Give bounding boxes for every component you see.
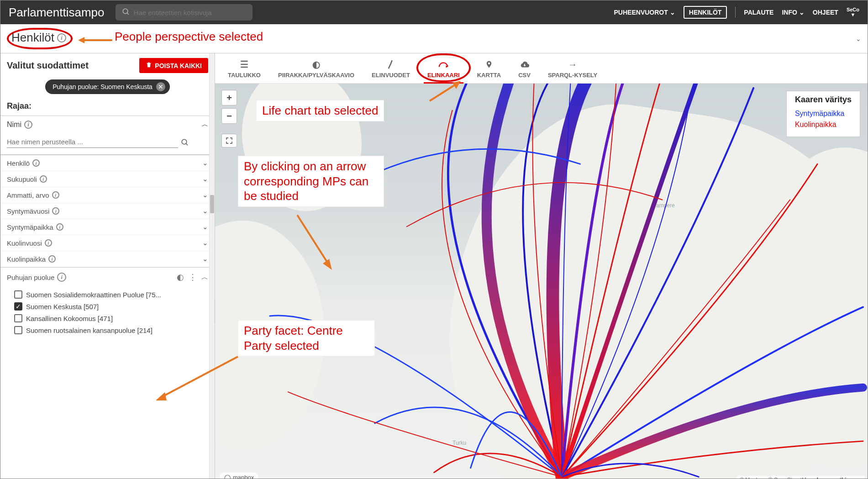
nav-puheenvuorot[interactable]: PUHEENVUOROT ⌄: [614, 9, 675, 16]
nav-divider: [735, 7, 736, 18]
attrib-mapbox: © Mapbox: [740, 477, 765, 479]
facet-nimi-head[interactable]: Nimi i ︿: [0, 116, 215, 133]
info-icon[interactable]: i: [48, 255, 56, 263]
global-search[interactable]: [116, 4, 253, 21]
party-option-kokoomus[interactable]: Kansallinen Kokoomus [471]: [14, 312, 208, 324]
filter-chip[interactable]: Puhujan puolue: Suomen Keskusta ✕: [45, 79, 170, 94]
tab-label: ELINKAARI: [427, 72, 460, 79]
map-arcs[interactable]: [215, 84, 868, 479]
facet-label: Ammatti, arvo: [7, 191, 49, 199]
facet-sukupuoli[interactable]: Sukupuolii⌄: [0, 171, 215, 187]
map-area[interactable]: Tampere Turku: [215, 84, 868, 479]
chevron-down-icon: ⌄: [202, 191, 208, 199]
facet-label: Puhujan puolue: [7, 274, 54, 281]
nav-ohjeet[interactable]: OHJEET: [813, 9, 838, 16]
remove-all-button[interactable]: POISTA KAIKKI: [139, 58, 208, 73]
chevron-up-icon: ︿: [201, 273, 208, 282]
tab-elinvuodet[interactable]: 〳 ELINVUODET: [363, 56, 418, 83]
filters-title: Valitut suodattimet: [7, 60, 89, 71]
party-option-label: Suomen ruotsalainen kansanpuolue [214]: [26, 326, 153, 334]
annotation-party: Party facet: Centre Party selected: [238, 320, 375, 356]
tab-label: KARTTA: [477, 72, 501, 79]
pie-icon[interactable]: ◐: [177, 272, 184, 282]
nav-label: OHJEET: [813, 9, 838, 16]
mapbox-logo[interactable]: ◯ mapbox: [220, 473, 258, 479]
mapbox-icon: ◯: [224, 474, 231, 479]
chevron-down-icon: ⌄: [202, 175, 208, 183]
brand[interactable]: Parlamenttisampo: [9, 5, 105, 20]
tab-piirakka[interactable]: ◐ PIIRAKKA/PYLVÄSKAAVIO: [270, 56, 363, 83]
checkbox[interactable]: [14, 326, 22, 334]
facet-party-head[interactable]: Puhujan puolue i ◐ ⋮ ︿: [0, 268, 215, 287]
mapbox-label: mapbox: [233, 474, 254, 479]
facet-henkilo[interactable]: Henkilöi⌄: [0, 155, 215, 171]
improve-map-link[interactable]: Improve this map: [817, 477, 862, 479]
info-icon[interactable]: i: [57, 33, 66, 42]
facet-label: Syntymäpaikka: [7, 223, 53, 231]
seco-logo[interactable]: SeCo ▼: [847, 7, 859, 17]
tab-label: TAULUKKO: [228, 72, 261, 79]
map-attribution[interactable]: © Mapbox © OpenStreetMap Improve this ma…: [737, 476, 865, 479]
top-nav: PUHEENVUOROT ⌄ HENKILÖT PALAUTE INFO ⌄ O…: [614, 6, 859, 19]
name-search-input[interactable]: [7, 136, 178, 148]
info-icon[interactable]: i: [52, 207, 59, 215]
tab-csv[interactable]: CSV: [510, 56, 539, 83]
legend-item-birth[interactable]: Syntymäpaikka: [795, 108, 852, 119]
party-option-sdp[interactable]: Suomen Sosialidemokraattinen Puolue [75.…: [14, 289, 208, 300]
nav-info[interactable]: INFO ⌄: [782, 9, 804, 16]
facet-label: Syntymävuosi: [7, 207, 49, 215]
zoom-in-button[interactable]: +: [221, 90, 237, 105]
remove-chip-icon[interactable]: ✕: [156, 82, 165, 91]
tab-taulukko[interactable]: ☰ TAULUKKO: [220, 56, 269, 83]
facet-kuolinvuosi[interactable]: Kuolinvuosii⌄: [0, 235, 215, 251]
facet-nimi-body: [0, 133, 215, 154]
facet-syntymapaikka[interactable]: Syntymäpaikkai⌄: [0, 219, 215, 235]
facet-party: Puhujan puolue i ◐ ⋮ ︿ Suomen Sosialidem…: [0, 267, 215, 340]
checkbox[interactable]: [14, 314, 22, 322]
fullscreen-button[interactable]: [221, 134, 237, 147]
legend-item-death[interactable]: Kuolinpaikka: [795, 119, 852, 130]
rajaa-label: Rajaa:: [0, 100, 215, 116]
info-icon[interactable]: i: [32, 159, 40, 167]
info-icon[interactable]: i: [40, 175, 47, 183]
nav-label: HENKILÖT: [689, 9, 722, 16]
info-icon[interactable]: i: [24, 121, 32, 129]
sidebar: Valitut suodattimet POISTA KAIKKI Puhuja…: [0, 53, 215, 479]
pie-icon: ◐: [312, 59, 320, 70]
nav-label: PALAUTE: [744, 9, 773, 16]
line-icon: 〳: [386, 59, 395, 70]
facet-label: Nimi: [7, 121, 21, 129]
scroll-thumb[interactable]: [210, 195, 214, 213]
nav-palaute[interactable]: PALAUTE: [744, 9, 773, 16]
facet-kuolinpaikka[interactable]: Kuolinpaikkai⌄: [0, 251, 215, 267]
facet-ammatti[interactable]: Ammatti, arvoi⌄: [0, 187, 215, 203]
chevron-down-icon: ⌄: [670, 9, 675, 16]
collapse-perspective-icon[interactable]: ⌄: [856, 35, 861, 42]
checkbox[interactable]: [14, 290, 22, 299]
tabs: ☰ TAULUKKO ◐ PIIRAKKA/PYLVÄSKAAVIO 〳 ELI…: [215, 53, 868, 84]
info-icon[interactable]: i: [52, 191, 59, 199]
filter-chip-label: Puhujan puolue: Suomen Keskusta: [53, 83, 153, 90]
party-option-rkp[interactable]: Suomen ruotsalainen kansanpuolue [214]: [14, 324, 208, 336]
map-controls: + −: [221, 90, 237, 147]
info-icon[interactable]: i: [56, 223, 63, 231]
party-option-label: Kansallinen Kokoomus [471]: [26, 315, 113, 322]
tab-kartta[interactable]: KARTTA: [469, 56, 509, 83]
search-input[interactable]: [134, 9, 246, 16]
party-option-keskusta[interactable]: ✓Suomen Keskusta [507]: [14, 300, 208, 312]
chevron-down-icon: ⌄: [202, 239, 208, 247]
sidebar-scrollbar[interactable]: [209, 53, 215, 479]
more-icon[interactable]: ⋮: [189, 272, 197, 282]
party-options: Suomen Sosialidemokraattinen Puolue [75.…: [0, 287, 215, 340]
search-icon[interactable]: [181, 138, 189, 148]
zoom-out-button[interactable]: −: [221, 108, 237, 124]
info-icon[interactable]: i: [57, 273, 66, 282]
info-icon[interactable]: i: [45, 239, 52, 247]
checkbox[interactable]: ✓: [14, 302, 22, 311]
facet-syntymavuosi[interactable]: Syntymävuosii⌄: [0, 203, 215, 219]
annotation-arrows: By clicking on an arrow corresponding MP…: [238, 156, 384, 207]
tab-sparql[interactable]: → SPARQL-KYSELY: [540, 56, 605, 83]
nav-henkilot[interactable]: HENKILÖT: [684, 6, 727, 19]
perspective-circled: Henkilöt i: [7, 28, 73, 49]
pin-icon: [485, 59, 493, 70]
